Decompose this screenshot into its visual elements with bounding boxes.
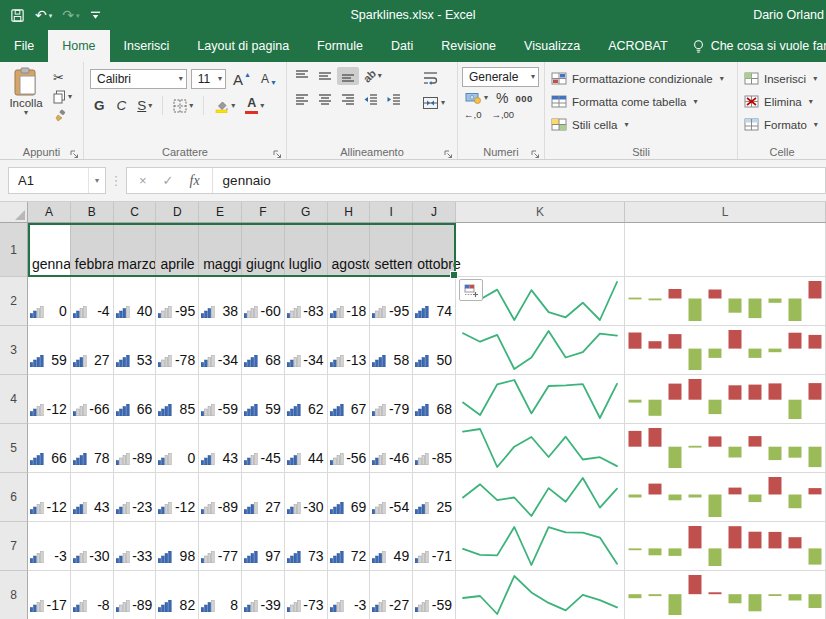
cell-K5[interactable] xyxy=(456,424,625,473)
row-header-7[interactable]: 7 xyxy=(0,522,28,571)
cell-L7[interactable] xyxy=(625,522,826,571)
italic-button[interactable]: C xyxy=(113,97,131,114)
row-header-5[interactable]: 5 xyxy=(0,424,28,473)
paste-button[interactable]: Incolla ▾ xyxy=(4,67,48,123)
font-name-combobox[interactable]: Calibri▾ xyxy=(90,69,187,89)
cell-F7[interactable]: 97 xyxy=(242,522,285,571)
percent-style-button[interactable]: % xyxy=(496,90,508,106)
cell-B4[interactable]: -66 xyxy=(71,375,114,424)
increase-indent-button[interactable] xyxy=(383,91,405,109)
orientation-button[interactable]: ab▾ xyxy=(360,68,385,84)
cell-A7[interactable]: -3 xyxy=(28,522,71,571)
underline-button[interactable]: S▾ xyxy=(134,96,155,115)
row-header-2[interactable]: 2 xyxy=(0,277,28,326)
customize-qat-button[interactable] xyxy=(90,10,101,20)
cell-G1[interactable]: luglio xyxy=(285,223,328,277)
bold-button[interactable]: G xyxy=(90,97,109,114)
cell-H8[interactable]: -3 xyxy=(328,571,371,619)
decrease-decimal-button[interactable]: →,00 xyxy=(491,109,514,120)
comma-style-button[interactable]: 000 xyxy=(515,93,532,104)
align-center-button[interactable] xyxy=(314,91,336,109)
cell-L5[interactable] xyxy=(625,424,826,473)
format-cells-button[interactable]: Formato▾ xyxy=(742,113,822,136)
cell-A8[interactable]: -17 xyxy=(28,571,71,619)
tab-file[interactable]: File xyxy=(0,30,48,62)
cell-D5[interactable]: 0 xyxy=(156,424,199,473)
cell-L3[interactable] xyxy=(625,326,826,375)
col-header-D[interactable]: D xyxy=(156,202,199,222)
cell-K6[interactable] xyxy=(456,473,625,522)
cell-D1[interactable]: aprile xyxy=(156,223,199,277)
cell-C2[interactable]: 40 xyxy=(114,277,157,326)
cell-A2[interactable]: 0 xyxy=(28,277,71,326)
cell-F3[interactable]: 68 xyxy=(242,326,285,375)
cell-G3[interactable]: -34 xyxy=(285,326,328,375)
tab-acrobat[interactable]: ACROBAT xyxy=(594,30,682,62)
col-header-J[interactable]: J xyxy=(413,202,456,222)
cell-D2[interactable]: -95 xyxy=(156,277,199,326)
tab-visualizza[interactable]: Visualizza xyxy=(510,30,594,62)
font-color-button[interactable]: A ▾ xyxy=(242,95,267,116)
cell-H2[interactable]: -18 xyxy=(328,277,371,326)
cell-J4[interactable]: 68 xyxy=(413,375,456,424)
cell-D6[interactable]: -12 xyxy=(156,473,199,522)
enter-button[interactable]: ✓ xyxy=(163,173,174,188)
cell-L1[interactable] xyxy=(625,223,826,277)
col-header-K[interactable]: K xyxy=(456,202,625,222)
cell-F1[interactable]: giugno xyxy=(242,223,285,277)
cell-E8[interactable]: 8 xyxy=(199,571,242,619)
delete-cells-button[interactable]: Elimina▾ xyxy=(742,90,822,113)
formula-input[interactable]: gennaio xyxy=(213,173,271,188)
format-as-table-button[interactable]: Formatta come tabella▾ xyxy=(549,90,733,113)
decrease-indent-button[interactable] xyxy=(360,91,382,109)
numeri-dialog-launcher[interactable] xyxy=(530,146,541,157)
cell-I5[interactable]: -46 xyxy=(370,424,413,473)
quick-analysis-button[interactable] xyxy=(459,279,483,301)
cell-I7[interactable]: 49 xyxy=(370,522,413,571)
align-left-button[interactable] xyxy=(291,91,313,109)
wrap-text-button[interactable] xyxy=(419,69,448,87)
cell-E4[interactable]: -59 xyxy=(199,375,242,424)
cell-styles-button[interactable]: Stili cella▾ xyxy=(549,113,733,136)
increase-decimal-button[interactable]: ←,0 xyxy=(464,109,481,120)
cell-C1[interactable]: marzo xyxy=(114,223,157,277)
cell-F6[interactable]: 27 xyxy=(242,473,285,522)
name-box[interactable]: A1 ▾ xyxy=(8,167,106,194)
merge-center-button[interactable]: ▾ xyxy=(419,94,448,112)
cell-H1[interactable]: agosto xyxy=(328,223,371,277)
cell-E5[interactable]: 43 xyxy=(199,424,242,473)
tab-revisione[interactable]: Revisione xyxy=(427,30,510,62)
cell-J3[interactable]: 50 xyxy=(413,326,456,375)
cell-H3[interactable]: -13 xyxy=(328,326,371,375)
tab-layout-di-pagina[interactable]: Layout di pagina xyxy=(183,30,303,62)
tab-inserisci[interactable]: Inserisci xyxy=(110,30,184,62)
row-header-3[interactable]: 3 xyxy=(0,326,28,375)
cell-J7[interactable]: -71 xyxy=(413,522,456,571)
cell-J1[interactable]: ottobre xyxy=(413,223,456,277)
cell-K1[interactable] xyxy=(456,223,625,277)
font-size-combobox[interactable]: 11▾ xyxy=(191,69,226,89)
cell-F5[interactable]: -45 xyxy=(242,424,285,473)
cell-B8[interactable]: -8 xyxy=(71,571,114,619)
cell-G6[interactable]: -30 xyxy=(285,473,328,522)
cell-C4[interactable]: 66 xyxy=(114,375,157,424)
conditional-formatting-button[interactable]: Formattazione condizionale▾ xyxy=(549,67,733,90)
cell-J8[interactable]: -59 xyxy=(413,571,456,619)
col-header-H[interactable]: H xyxy=(328,202,371,222)
borders-button[interactable]: ▾ xyxy=(170,97,196,115)
cell-F8[interactable]: -39 xyxy=(242,571,285,619)
col-header-B[interactable]: B xyxy=(71,202,114,222)
cell-J2[interactable]: 74 xyxy=(413,277,456,326)
increase-font-button[interactable]: A▲ xyxy=(230,71,254,88)
align-right-button[interactable] xyxy=(337,91,359,109)
cell-I4[interactable]: -79 xyxy=(370,375,413,424)
cell-G2[interactable]: -83 xyxy=(285,277,328,326)
tab-dati[interactable]: Dati xyxy=(377,30,427,62)
cell-B7[interactable]: -30 xyxy=(71,522,114,571)
row-header-8[interactable]: 8 xyxy=(0,571,28,619)
decrease-font-button[interactable]: A▼ xyxy=(258,72,280,86)
col-header-G[interactable]: G xyxy=(285,202,328,222)
tab-formule[interactable]: Formule xyxy=(303,30,377,62)
cell-I6[interactable]: -54 xyxy=(370,473,413,522)
cell-G8[interactable]: -73 xyxy=(285,571,328,619)
